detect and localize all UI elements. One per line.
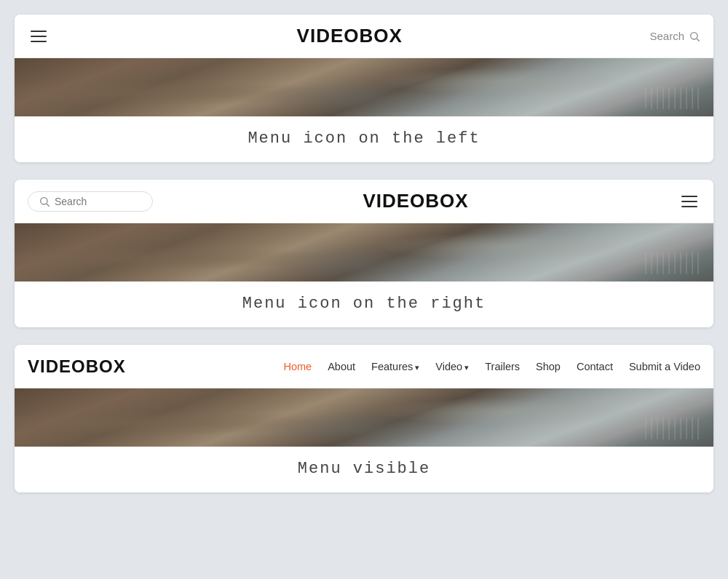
search-icon-left <box>39 196 50 207</box>
svg-line-3 <box>47 204 50 207</box>
header-nav-visible: VIDEOBOX Home About Features Video Trail… <box>15 345 713 388</box>
brand-logo[interactable]: VIDEOBOX <box>297 25 403 47</box>
card-right-menu: VIDEOBOX Menu icon on the right <box>15 180 713 327</box>
brand-logo-3[interactable]: VIDEOBOX <box>28 356 126 377</box>
nav-link-trailers[interactable]: Trailers <box>485 361 520 372</box>
caption-2: Menu icon on the right <box>15 281 713 327</box>
search-label: Search <box>649 30 684 42</box>
nav-item-video[interactable]: Video <box>435 360 469 373</box>
search-icon <box>689 31 700 42</box>
search-field[interactable] <box>55 196 142 207</box>
nav-item-shop[interactable]: Shop <box>536 360 561 373</box>
header-right-menu: VIDEOBOX <box>15 180 713 223</box>
hamburger-menu-icon-right[interactable] <box>678 193 700 210</box>
nav-link-features[interactable]: Features <box>371 361 419 372</box>
card-visible-menu: VIDEOBOX Home About Features Video Trail… <box>15 345 713 492</box>
nav-link-video[interactable]: Video <box>435 361 469 372</box>
caption-3: Menu visible <box>15 447 713 492</box>
search-input-left[interactable] <box>28 191 153 212</box>
header-left-menu: VIDEOBOX Search <box>15 15 713 58</box>
brand-logo-2[interactable]: VIDEOBOX <box>363 190 468 212</box>
hamburger-menu-icon[interactable] <box>28 28 50 45</box>
banner-image-2 <box>15 223 713 281</box>
nav-link-submit[interactable]: Submit a Video <box>629 361 700 372</box>
nav-link-home[interactable]: Home <box>283 361 312 372</box>
nav-item-trailers[interactable]: Trailers <box>485 360 520 373</box>
card-left-menu: VIDEOBOX Search Menu icon on the left <box>15 15 713 162</box>
search-button[interactable]: Search <box>649 30 700 42</box>
nav-item-home[interactable]: Home <box>283 360 312 373</box>
nav-item-submit[interactable]: Submit a Video <box>629 360 700 373</box>
banner-image-3 <box>15 388 713 447</box>
nav-link-about[interactable]: About <box>328 361 355 372</box>
svg-line-1 <box>697 39 700 41</box>
nav-links-list: Home About Features Video Trailers Shop … <box>283 360 700 373</box>
nav-link-shop[interactable]: Shop <box>536 361 561 372</box>
svg-point-0 <box>691 32 697 39</box>
nav-link-contact[interactable]: Contact <box>577 361 613 372</box>
svg-point-2 <box>41 197 47 204</box>
nav-item-contact[interactable]: Contact <box>577 360 613 373</box>
nav-item-features[interactable]: Features <box>371 360 419 373</box>
banner-image-1 <box>15 58 713 116</box>
nav-item-about[interactable]: About <box>328 360 355 373</box>
caption-1: Menu icon on the left <box>15 116 713 162</box>
